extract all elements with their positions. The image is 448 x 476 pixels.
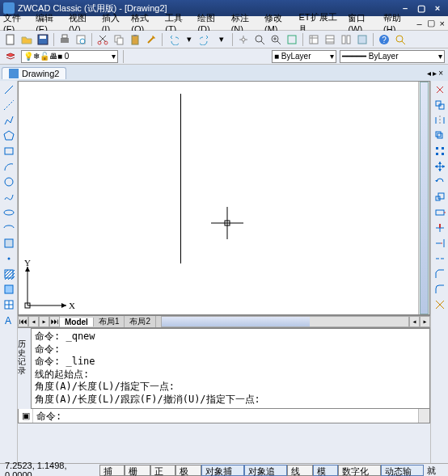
table-icon[interactable] xyxy=(2,297,16,312)
close-button[interactable]: × xyxy=(430,2,445,14)
hatch-icon[interactable] xyxy=(2,267,16,281)
point-icon[interactable] xyxy=(2,251,16,266)
drawing-canvas[interactable]: X Y xyxy=(18,81,430,315)
layer-combo[interactable]: 💡❄🔓🖶■ 0▾ xyxy=(21,50,118,63)
menubar: 文件(F) 编辑(E) 视图(V) 插入(I) 格式(O) 工具(T) 绘图(D… xyxy=(0,16,448,31)
block-icon[interactable] xyxy=(2,236,16,251)
scale-icon[interactable] xyxy=(433,190,447,204)
layer-manager-icon[interactable] xyxy=(3,49,18,64)
chamfer-icon[interactable] xyxy=(433,267,447,281)
tab-first-icon[interactable]: ⏮ xyxy=(18,316,28,327)
svg-point-29 xyxy=(7,258,10,260)
color-combo[interactable]: ■ ByLayer▾ xyxy=(272,50,336,63)
copy-icon[interactable] xyxy=(112,32,126,47)
cut-icon[interactable] xyxy=(95,32,110,47)
pan-icon[interactable] xyxy=(236,32,251,47)
svg-rect-16 xyxy=(288,36,296,44)
hscroll-left-icon[interactable]: ◂ xyxy=(409,316,420,327)
tab-last-icon[interactable]: ⏭ xyxy=(49,316,60,327)
tab-next-icon[interactable]: ▸ xyxy=(39,316,49,327)
layers-icon[interactable] xyxy=(323,32,337,47)
redo-drop-icon[interactable]: ▾ xyxy=(214,32,229,47)
layout1-tab[interactable]: 布局1 xyxy=(94,316,125,327)
help-icon[interactable]: ? xyxy=(377,32,391,47)
tab-prev-icon[interactable]: ◂ xyxy=(28,316,39,327)
about-icon[interactable] xyxy=(393,32,408,47)
cmd-toggle-icon[interactable]: ▣ xyxy=(19,409,33,423)
preview-icon[interactable] xyxy=(74,32,88,47)
horizontal-scrollbar[interactable] xyxy=(161,316,409,327)
linetype-combo[interactable]: ━━━━━ ByLayer▾ xyxy=(340,50,445,63)
save-icon[interactable] xyxy=(36,32,50,47)
svg-rect-19 xyxy=(342,36,345,44)
tab-prev-icon[interactable]: ◂ xyxy=(427,69,431,78)
new-icon[interactable] xyxy=(3,32,18,47)
mirror-icon[interactable] xyxy=(433,113,447,128)
ortho-button[interactable]: 正交 xyxy=(150,465,176,476)
match-icon[interactable] xyxy=(144,32,158,47)
array-icon[interactable] xyxy=(433,144,447,158)
model-tab[interactable]: Model xyxy=(60,318,94,326)
break-icon[interactable] xyxy=(433,251,447,266)
tab-close-icon[interactable]: × xyxy=(438,69,443,78)
props-icon[interactable] xyxy=(306,32,321,47)
redo-icon[interactable] xyxy=(198,32,213,47)
palette-icon[interactable] xyxy=(339,32,353,47)
tablet-button[interactable]: 数字化仪 xyxy=(338,465,381,476)
layout2-tab[interactable]: 布局2 xyxy=(125,316,156,327)
undo-drop-icon[interactable]: ▾ xyxy=(182,32,197,47)
zoom-extents-icon[interactable] xyxy=(285,32,299,47)
stretch-icon[interactable] xyxy=(433,205,447,220)
zoom-window-icon[interactable] xyxy=(252,32,267,47)
grid-button[interactable]: 栅格 xyxy=(125,465,150,476)
polyline-icon[interactable] xyxy=(2,113,16,128)
xline-icon[interactable] xyxy=(2,98,16,112)
ellipse-arc-icon[interactable] xyxy=(2,221,16,235)
polygon-icon[interactable] xyxy=(2,128,16,143)
line-icon[interactable] xyxy=(2,82,16,97)
region-icon[interactable] xyxy=(2,282,16,297)
zoom-realtime-icon[interactable] xyxy=(268,32,283,47)
circle-icon[interactable] xyxy=(2,175,16,189)
undo-icon[interactable] xyxy=(166,32,180,47)
ellipse-icon[interactable] xyxy=(2,205,16,220)
osnap-button[interactable]: 对象捕捉 xyxy=(201,465,244,476)
spline-icon[interactable] xyxy=(2,190,16,204)
trim-icon[interactable] xyxy=(433,221,447,235)
explode-icon[interactable] xyxy=(433,297,447,312)
svg-rect-21 xyxy=(358,36,366,44)
print-icon[interactable] xyxy=(57,32,72,47)
extend-icon[interactable] xyxy=(433,236,447,251)
cmd-scroll[interactable] xyxy=(418,409,429,423)
offset-icon[interactable] xyxy=(433,128,447,143)
maximize-button[interactable]: ▢ xyxy=(414,2,429,14)
polar-button[interactable]: 极轴 xyxy=(175,465,201,476)
rotate-icon[interactable] xyxy=(433,175,447,189)
paste-icon[interactable] xyxy=(128,32,142,47)
dyn-button[interactable]: 动态输入 xyxy=(381,465,424,476)
doc-tab[interactable]: Drawing2 xyxy=(2,67,66,79)
copy-obj-icon[interactable] xyxy=(433,98,447,112)
model-button[interactable]: 模型 xyxy=(313,465,339,476)
fillet-icon[interactable] xyxy=(433,282,447,297)
lwt-button[interactable]: 线宽 xyxy=(287,465,313,476)
snap-button[interactable]: 捕捉 xyxy=(99,465,125,476)
command-prompt[interactable]: 命令: xyxy=(33,409,65,423)
inner-close[interactable]: × xyxy=(440,19,445,28)
svg-rect-20 xyxy=(347,36,350,44)
vertical-scrollbar[interactable] xyxy=(418,82,429,314)
inner-restore[interactable]: ▢ xyxy=(427,18,435,28)
inner-minimize[interactable]: – xyxy=(416,19,421,28)
sheet-icon[interactable] xyxy=(355,32,370,47)
arc-icon[interactable] xyxy=(2,159,16,174)
move-icon[interactable] xyxy=(433,159,447,174)
text-icon[interactable]: A xyxy=(2,313,16,327)
svg-rect-40 xyxy=(436,132,441,137)
rectangle-icon[interactable] xyxy=(2,144,16,158)
erase-icon[interactable] xyxy=(433,82,447,97)
tab-next-icon[interactable]: ▸ xyxy=(433,69,437,78)
otrack-button[interactable]: 对象追踪 xyxy=(244,465,287,476)
doc-icon xyxy=(9,69,19,78)
hscroll-right-icon[interactable]: ▸ xyxy=(420,316,430,327)
open-icon[interactable] xyxy=(19,32,34,47)
